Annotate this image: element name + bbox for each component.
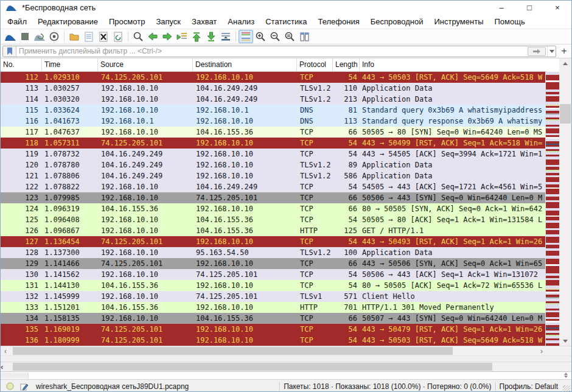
packet-row[interactable]: 1131.030257192.168.10.10104.16.249.249TL… [1,83,546,94]
intelligent-scrollbar-minimap[interactable] [545,72,559,346]
save-file-icon[interactable] [82,30,96,43]
go-last-packet-icon[interactable] [204,30,218,43]
packet-row[interactable]: 1161.041673192.168.10.1192.168.10.10DNS1… [1,116,546,127]
packet-cell-no: 125 [1,214,42,225]
display-filter-input[interactable] [16,47,528,56]
menu-item[interactable]: Редактирование [32,15,103,28]
packet-row[interactable]: 1281.137300192.168.10.1095.163.54.50TLSv… [1,247,546,258]
capture-comment-icon[interactable] [19,382,30,391]
zoom-out-icon[interactable] [268,30,282,43]
packet-row[interactable]: 1201.078780104.16.249.249192.168.10.10TL… [1,159,546,170]
packet-cell-info: 50506 → 443 [ACK] Seq=1 Ack=1 Win=131072 [360,269,546,280]
add-filter-button-icon[interactable]: + [559,46,570,57]
filter-dropdown-icon[interactable] [547,46,556,57]
packet-row[interactable]: 1231.079985192.168.10.1074.125.205.101TC… [1,192,546,203]
packet-cell-protocol: TCP [297,313,333,324]
packet-cell-no: 131 [1,280,42,291]
packet-row[interactable]: 1171.047637192.168.10.10104.16.155.36TCP… [1,127,546,138]
menu-item[interactable]: Просмотр [103,15,150,28]
menu-item[interactable]: Помощь [489,15,531,28]
apply-filter-icon[interactable] [528,47,546,56]
scroll-right-icon[interactable]: › [537,346,546,355]
packet-row[interactable]: 1291.14146674.125.205.101192.168.10.10TC… [1,258,546,269]
reload-file-icon[interactable] [111,30,125,43]
packet-row[interactable]: 1221.078822192.168.10.10104.16.249.249TC… [1,181,546,192]
packet-row[interactable]: 1241.096319104.16.155.36192.168.10.10TCP… [1,203,546,214]
column-header[interactable]: Protocol [297,58,333,71]
packet-cell-destination: 95.163.54.50 [193,247,297,258]
stop-capture-icon[interactable] [18,30,32,43]
minimize-button[interactable]: – [487,1,515,14]
menu-item[interactable]: Инструменты [428,15,489,28]
packet-row[interactable]: 1121.02931074.125.205.101192.168.10.10TC… [1,72,546,83]
start-capture-icon[interactable] [3,30,18,43]
packet-cell-info: 443 → 54505 [ACK] Seq=3994 Ack=1721 Win=… [360,149,546,159]
resize-columns-icon[interactable] [297,30,312,43]
column-header[interactable]: No. [1,58,42,71]
wireshark-logo-icon [5,2,18,12]
hscroll2-thumb[interactable] [13,363,492,371]
packet-row[interactable]: 1251.096408192.168.10.10104.16.155.36TCP… [1,214,546,225]
scroll-down-icon[interactable] [559,336,571,346]
resize-grip[interactable] [563,385,570,392]
menu-item[interactable]: Захват [186,15,222,28]
column-header[interactable]: Source [98,58,193,71]
capture-options-icon[interactable] [47,30,61,43]
packet-cell-source: 104.16.155.36 [98,203,193,214]
packet-row[interactable]: 1211.078806104.16.249.249192.168.10.10TL… [1,170,546,181]
packet-row[interactable]: 1361.18099974.125.205.101192.168.10.10TC… [1,335,546,346]
restart-capture-icon[interactable] [32,30,47,43]
vertical-scrollbar[interactable] [559,58,571,346]
packet-cell-no: 116 [1,116,42,127]
menu-item[interactable]: Телефония [312,15,364,28]
menu-item[interactable]: Статистика [260,15,312,28]
packet-row[interactable]: 1261.096867192.168.10.10104.16.155.36HTT… [1,225,546,236]
maximize-button[interactable]: □ [515,1,543,14]
packet-row[interactable]: 1351.16901974.125.205.101192.168.10.10TC… [1,324,546,335]
find-packet-icon[interactable] [131,30,145,43]
column-header[interactable]: Info [360,58,546,71]
scroll-left-icon[interactable]: ‹ [1,346,10,355]
pane-scroll-arrows[interactable] [564,373,568,378]
menu-item[interactable]: Анализ [222,15,260,28]
packet-row[interactable]: 1341.158135192.168.10.10104.16.155.36TCP… [1,313,546,324]
close-button[interactable]: × [543,1,571,14]
horizontal-scrollbar-2[interactable]: ‹ › [1,362,571,371]
menu-item[interactable]: Беспроводной [365,15,429,28]
packet-row[interactable]: 1151.033624192.168.10.10192.168.10.1DNS8… [1,105,546,116]
packet-cell-protocol: TLSv1 [297,291,333,302]
packet-cell-length: 54 [333,335,360,346]
hscroll1-thumb[interactable] [13,347,453,355]
packet-row[interactable]: 1181.05731174.125.205.101192.168.10.10TC… [1,138,546,149]
packet-row[interactable]: 1191.078732104.16.249.249192.168.10.10TC… [1,149,546,159]
horizontal-scrollbar-1[interactable]: ‹ › [1,346,546,355]
column-header[interactable]: Length [333,58,360,71]
go-first-packet-icon[interactable] [189,30,204,43]
pane-splitter[interactable] [1,355,571,362]
packet-row[interactable]: 1141.030320192.168.10.10104.16.249.249TL… [1,94,546,105]
menu-item[interactable]: Запуск [150,15,186,28]
profile-label[interactable]: Профиль: Default [500,382,559,391]
packet-row[interactable]: 1271.13645474.125.205.101192.168.10.10TC… [1,236,546,247]
open-file-icon[interactable] [67,30,82,43]
filter-bookmark-icon[interactable] [3,46,16,57]
zoom-in-icon[interactable] [253,30,268,43]
menu-item[interactable]: Файл [2,15,32,28]
packet-row[interactable]: 1321.145999192.168.10.1074.125.205.101TL… [1,291,546,302]
packet-row[interactable]: 1331.151201104.16.155.36192.168.10.10HTT… [1,302,546,313]
expert-info-icon[interactable] [4,382,15,391]
zoom-normal-icon[interactable] [282,30,297,43]
go-back-icon[interactable] [145,30,160,43]
go-forward-icon[interactable] [160,30,175,43]
packet-row[interactable]: 1301.141562192.168.10.1074.125.205.101TC… [1,269,546,280]
packet-row[interactable]: 1311.144130104.16.155.36192.168.10.10TCP… [1,280,546,291]
auto-scroll-icon[interactable] [218,30,233,43]
vertical-scrollbar-thumb[interactable] [560,104,571,124]
go-to-packet-icon[interactable] [175,30,189,43]
scroll-up-icon[interactable] [559,58,571,68]
column-header[interactable]: Destination [193,58,297,71]
colorize-packets-icon[interactable] [239,30,253,43]
column-header[interactable]: Time [42,58,98,71]
close-file-icon[interactable] [96,30,111,43]
packet-cell-no: 115 [1,105,42,116]
